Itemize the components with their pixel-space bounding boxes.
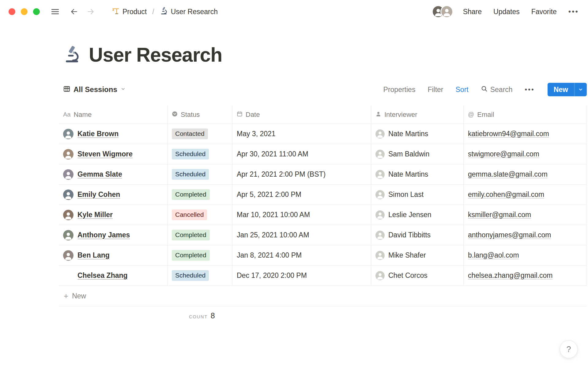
view-toolbar: All Sessions Properties Filter Sort Sear… xyxy=(59,83,587,96)
email-link[interactable]: katiebrown94@gmail.com xyxy=(468,130,549,138)
forward-arrow-icon[interactable] xyxy=(86,8,95,16)
avatar xyxy=(375,129,385,139)
column-header-date[interactable]: Date xyxy=(232,105,371,124)
email-link[interactable]: emily.cohen@gmail.com xyxy=(468,190,544,199)
count-label[interactable]: COUNT xyxy=(189,314,208,319)
cell-date[interactable]: Jan 25, 2021 10:00 AM xyxy=(232,225,371,245)
status-badge: Scheduled xyxy=(172,169,209,179)
help-button[interactable]: ? xyxy=(560,340,578,358)
cell-email[interactable]: gemma.slate@gmail.com xyxy=(464,164,586,184)
cell-status[interactable]: Scheduled xyxy=(168,266,232,286)
new-entry-button[interactable]: New xyxy=(548,83,574,96)
plus-icon: + xyxy=(64,292,68,300)
avatar xyxy=(375,231,385,240)
cell-email[interactable]: anthonyjames@gmail.com xyxy=(464,225,586,245)
cell-name[interactable]: Gemma Slate xyxy=(59,164,168,184)
avatar xyxy=(63,190,74,200)
minimize-window-button[interactable] xyxy=(21,8,28,15)
cell-email[interactable]: emily.cohen@gmail.com xyxy=(464,185,586,205)
cell-status[interactable]: Scheduled xyxy=(168,164,232,184)
cell-status[interactable]: Contacted xyxy=(168,124,232,144)
cell-date[interactable]: Dec 17, 2020 2:00 PM xyxy=(232,266,371,286)
table-row: Kyle Miller Cancelled Mar 10, 2021 10:00… xyxy=(59,205,587,225)
row-page-link[interactable]: Ben Lang xyxy=(77,251,110,259)
view-tab-all-sessions[interactable]: All Sessions xyxy=(59,85,126,94)
email-link[interactable]: ksmiller@gmail.com xyxy=(468,211,531,219)
avatar xyxy=(375,170,385,179)
row-page-link[interactable]: Kyle Miller xyxy=(77,211,113,219)
page-title: User Research xyxy=(89,44,222,66)
column-header-status[interactable]: Status xyxy=(168,105,232,124)
cell-date[interactable]: May 3, 2021 xyxy=(232,124,371,144)
table-row: Gemma Slate Scheduled Apr 21, 2021 2:00 … xyxy=(59,164,587,185)
zoom-window-button[interactable] xyxy=(33,8,40,15)
cell-interviewer[interactable]: Simon Last xyxy=(371,185,464,205)
row-page-link[interactable]: Steven Wigmore xyxy=(77,150,133,158)
email-link[interactable]: anthonyjames@gmail.com xyxy=(468,231,551,239)
cell-status[interactable]: Scheduled xyxy=(168,144,232,164)
cell-interviewer[interactable]: Nate Martins xyxy=(371,124,464,144)
cell-name[interactable]: Chelsea Zhang xyxy=(59,266,168,286)
cell-name[interactable]: Ben Lang xyxy=(59,245,168,265)
cell-name[interactable]: Steven Wigmore xyxy=(59,144,168,164)
breadcrumb-product[interactable]: Product xyxy=(111,7,147,17)
avatar xyxy=(375,190,385,199)
favorite-button[interactable]: Favorite xyxy=(531,8,557,16)
cell-interviewer[interactable]: Chet Corcos xyxy=(371,266,464,286)
microscope-icon[interactable] xyxy=(63,45,81,64)
cell-date[interactable]: Apr 30, 2021 11:00 AM xyxy=(232,144,371,164)
updates-button[interactable]: Updates xyxy=(493,8,520,16)
filter-button[interactable]: Filter xyxy=(428,86,443,94)
cell-date[interactable]: Jan 8, 2021 4:00 PM xyxy=(232,245,371,265)
email-link[interactable]: gemma.slate@gmail.com xyxy=(468,170,548,178)
breadcrumb-current[interactable]: User Research xyxy=(160,7,218,17)
column-header-email[interactable]: @ Email xyxy=(464,105,586,124)
table-row: Ben Lang Completed Jan 8, 2021 4:00 PM M… xyxy=(59,245,587,266)
sidebar-menu-icon[interactable] xyxy=(51,8,59,15)
column-header-name[interactable]: Aa Name xyxy=(59,105,168,124)
cell-name[interactable]: Kyle Miller xyxy=(59,205,168,225)
cell-name[interactable]: Emily Cohen xyxy=(59,185,168,205)
cell-email[interactable]: katiebrown94@gmail.com xyxy=(464,124,586,144)
email-link[interactable]: chelsea.zhang@gmail.com xyxy=(468,271,552,280)
table-row: Steven Wigmore Scheduled Apr 30, 2021 11… xyxy=(59,144,587,164)
view-name: All Sessions xyxy=(74,85,117,94)
cell-status[interactable]: Completed xyxy=(168,225,232,245)
add-row-button[interactable]: + New xyxy=(59,286,587,306)
cell-interviewer[interactable]: David Tibbitts xyxy=(371,225,464,245)
sort-button[interactable]: Sort xyxy=(456,86,469,94)
cell-interviewer[interactable]: Leslie Jensen xyxy=(371,205,464,225)
row-page-link[interactable]: Chelsea Zhang xyxy=(77,271,128,280)
view-more-options-icon[interactable]: ••• xyxy=(525,86,535,94)
cell-email[interactable]: b.lang@aol.com xyxy=(464,245,586,265)
back-arrow-icon[interactable] xyxy=(70,8,78,16)
row-page-link[interactable]: Emily Cohen xyxy=(77,190,120,199)
column-header-interviewer[interactable]: Interviewer xyxy=(371,105,464,124)
cell-status[interactable]: Cancelled xyxy=(168,205,232,225)
cell-date[interactable]: Apr 21, 2021 2:00 PM (BST) xyxy=(232,164,371,184)
more-options-icon[interactable]: ••• xyxy=(568,7,579,16)
cell-date[interactable]: Mar 10, 2021 10:00 AM xyxy=(232,205,371,225)
close-window-button[interactable] xyxy=(9,8,15,15)
search-button[interactable]: Search xyxy=(481,85,513,94)
cell-interviewer[interactable]: Mike Shafer xyxy=(371,245,464,265)
cell-date[interactable]: Apr 5, 2021 2:00 PM xyxy=(232,185,371,205)
cell-email[interactable]: chelsea.zhang@gmail.com xyxy=(464,266,586,286)
email-link[interactable]: stwigmore@gmail.com xyxy=(468,150,539,158)
collaborator-avatar[interactable] xyxy=(440,5,453,18)
cell-name[interactable]: Anthony James xyxy=(59,225,168,245)
cell-status[interactable]: Completed xyxy=(168,245,232,265)
cell-email[interactable]: ksmiller@gmail.com xyxy=(464,205,586,225)
email-link[interactable]: b.lang@aol.com xyxy=(468,251,519,259)
row-page-link[interactable]: Gemma Slate xyxy=(77,170,122,178)
cell-interviewer[interactable]: Nate Martins xyxy=(371,164,464,184)
cell-name[interactable]: Katie Brown xyxy=(59,124,168,144)
new-entry-dropdown-icon[interactable] xyxy=(575,83,587,96)
row-page-link[interactable]: Anthony James xyxy=(77,231,130,239)
properties-button[interactable]: Properties xyxy=(383,86,416,94)
cell-status[interactable]: Completed xyxy=(168,185,232,205)
share-button[interactable]: Share xyxy=(463,8,482,16)
cell-interviewer[interactable]: Sam Baldwin xyxy=(371,144,464,164)
cell-email[interactable]: stwigmore@gmail.com xyxy=(464,144,586,164)
row-page-link[interactable]: Katie Brown xyxy=(77,130,119,138)
